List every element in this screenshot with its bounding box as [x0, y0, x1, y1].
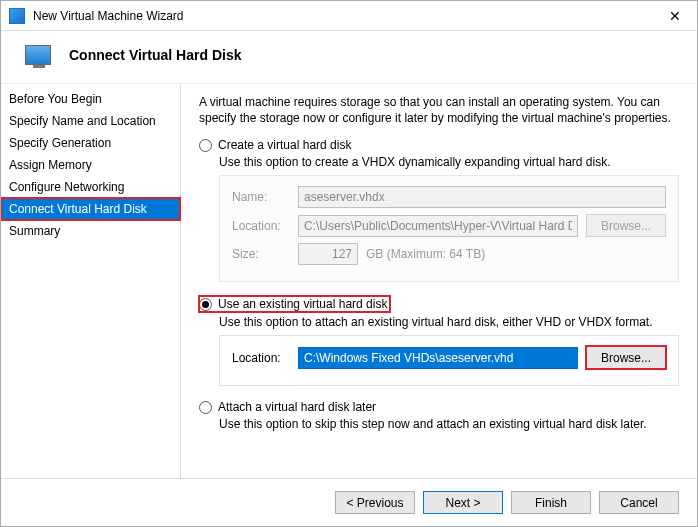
create-size-suffix: GB (Maximum: 64 TB) — [366, 247, 485, 261]
existing-desc: Use this option to attach an existing vi… — [219, 315, 679, 329]
sidebar-item-before-you-begin[interactable]: Before You Begin — [1, 88, 180, 110]
create-browse-button: Browse... — [586, 214, 666, 237]
radio-create[interactable] — [199, 139, 212, 152]
sidebar-item-summary[interactable]: Summary — [1, 220, 180, 242]
option-create: Create a virtual hard disk Use this opti… — [199, 138, 679, 282]
page-title: Connect Virtual Hard Disk — [69, 47, 241, 63]
titlebar: New Virtual Machine Wizard ✕ — [1, 1, 697, 31]
finish-button[interactable]: Finish — [511, 491, 591, 514]
close-icon[interactable]: ✕ — [652, 1, 697, 31]
create-location-input — [298, 215, 578, 237]
radio-create-row[interactable]: Create a virtual hard disk — [199, 138, 679, 152]
next-button[interactable]: Next > — [423, 491, 503, 514]
create-size-input — [298, 243, 358, 265]
existing-location-label: Location: — [232, 351, 290, 365]
existing-panel: Location: Browse... — [219, 335, 679, 386]
create-size-label: Size: — [232, 247, 290, 261]
sidebar-item-connect-virtual-hard-disk[interactable]: Connect Virtual Hard Disk — [1, 198, 180, 220]
option-existing: Use an existing virtual hard disk Use th… — [199, 296, 679, 386]
wizard-body: Before You Begin Specify Name and Locati… — [1, 83, 697, 478]
create-name-input — [298, 186, 666, 208]
sidebar-item-configure-networking[interactable]: Configure Networking — [1, 176, 180, 198]
radio-existing-row[interactable]: Use an existing virtual hard disk — [199, 296, 390, 312]
create-panel: Name: Location: Browse... Size: GB (Maxi… — [219, 175, 679, 282]
footer: < Previous Next > Finish Cancel — [1, 478, 697, 526]
sidebar-item-specify-generation[interactable]: Specify Generation — [1, 132, 180, 154]
page-header: Connect Virtual Hard Disk — [1, 31, 697, 83]
sidebar-item-assign-memory[interactable]: Assign Memory — [1, 154, 180, 176]
intro-text: A virtual machine requires storage so th… — [199, 94, 679, 126]
radio-later-label: Attach a virtual hard disk later — [218, 400, 376, 414]
existing-browse-button[interactable]: Browse... — [586, 346, 666, 369]
app-icon — [9, 8, 25, 24]
wizard-window: New Virtual Machine Wizard ✕ Connect Vir… — [0, 0, 698, 527]
cancel-button[interactable]: Cancel — [599, 491, 679, 514]
option-later: Attach a virtual hard disk later Use thi… — [199, 400, 679, 431]
step-sidebar: Before You Begin Specify Name and Locati… — [1, 84, 181, 478]
sidebar-item-specify-name-location[interactable]: Specify Name and Location — [1, 110, 180, 132]
create-name-label: Name: — [232, 190, 290, 204]
existing-location-input[interactable] — [298, 347, 578, 369]
previous-button[interactable]: < Previous — [335, 491, 415, 514]
content-pane: A virtual machine requires storage so th… — [181, 84, 697, 478]
radio-existing-label: Use an existing virtual hard disk — [218, 297, 387, 311]
create-desc: Use this option to create a VHDX dynamic… — [219, 155, 679, 169]
radio-existing[interactable] — [199, 298, 212, 311]
monitor-icon — [25, 45, 51, 65]
radio-later[interactable] — [199, 401, 212, 414]
radio-later-row[interactable]: Attach a virtual hard disk later — [199, 400, 679, 414]
create-location-label: Location: — [232, 219, 290, 233]
window-title: New Virtual Machine Wizard — [33, 9, 652, 23]
later-desc: Use this option to skip this step now an… — [219, 417, 679, 431]
radio-create-label: Create a virtual hard disk — [218, 138, 351, 152]
